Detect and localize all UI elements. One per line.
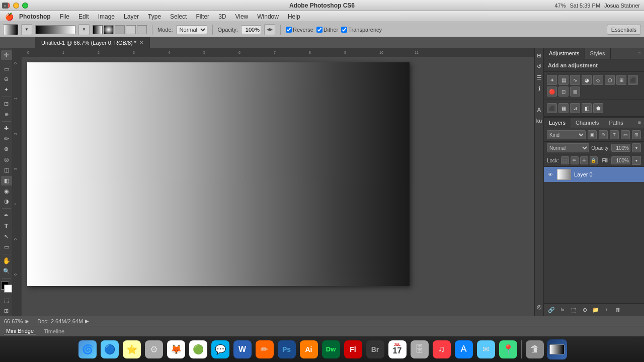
dock-bridge[interactable]: Br: [365, 339, 385, 359]
tool-eraser[interactable]: ◫: [1, 165, 12, 175]
adj-invert[interactable]: ⬛: [547, 103, 557, 113]
dock-skype[interactable]: 💬: [210, 339, 230, 359]
tab-mini-bridge[interactable]: Mini Bridge: [4, 328, 36, 334]
maximize-button[interactable]: [22, 3, 28, 9]
layer-fx-btn[interactable]: fx: [558, 306, 567, 314]
gradient-linear-btn[interactable]: ▬: [93, 25, 103, 34]
menu-layer[interactable]: Layer: [120, 11, 143, 22]
dock-maps[interactable]: 📍: [498, 339, 518, 359]
document-tab[interactable]: Untitled-1 @ 66.7% (Layer 0, RGB/8) * ✕: [35, 37, 150, 48]
tab-close-btn[interactable]: ✕: [139, 40, 143, 45]
properties-icon[interactable]: ☰: [535, 73, 543, 81]
tool-preset-picker[interactable]: [3, 24, 18, 35]
menu-help[interactable]: Help: [284, 11, 304, 22]
apple-menu[interactable]: 🍎: [4, 13, 14, 21]
dither-checkbox[interactable]: [316, 27, 323, 33]
adjustments-icon[interactable]: ⊞: [535, 51, 543, 59]
dock-appstore[interactable]: A: [454, 339, 474, 359]
mode-select[interactable]: Normal: [176, 25, 207, 34]
reverse-checkbox-label[interactable]: Reverse: [286, 27, 313, 33]
tool-healing-brush[interactable]: ✚: [1, 124, 12, 133]
tab-adjustments[interactable]: Adjustments: [544, 48, 585, 59]
layer-adjustment-btn[interactable]: ⊕: [580, 306, 589, 314]
dock-photoshop[interactable]: Ps: [277, 339, 297, 359]
lock-position-icon[interactable]: ✛: [580, 156, 588, 164]
tool-screen-mode[interactable]: ⊞: [1, 306, 12, 316]
history-icon[interactable]: ↺: [535, 62, 543, 70]
filter-type-icon[interactable]: T: [610, 130, 619, 139]
dock-dreamweaver[interactable]: Dw: [321, 339, 341, 359]
layer-link-btn[interactable]: 🔗: [547, 306, 556, 314]
dock-calendar[interactable]: JUL 17: [387, 339, 408, 359]
layer-mask-btn[interactable]: ⬚: [569, 306, 578, 314]
layer-blend-mode[interactable]: Normal: [547, 143, 589, 152]
tool-shape[interactable]: ▭: [1, 242, 12, 252]
adj-brightness[interactable]: ☀: [547, 75, 557, 85]
lock-transparent-icon[interactable]: ⬚: [561, 156, 569, 164]
dock-illustrator[interactable]: Ai: [299, 339, 319, 359]
tool-dodge[interactable]: ◑: [1, 197, 12, 207]
panel-menu-btn[interactable]: ≡: [635, 48, 644, 59]
menu-select[interactable]: Select: [166, 11, 191, 22]
adj-color-lookup[interactable]: ⊠: [570, 86, 580, 97]
adj-color-balance[interactable]: ⊞: [616, 75, 626, 85]
gradient-preview[interactable]: [35, 25, 75, 34]
layer-delete-btn[interactable]: 🗑: [613, 306, 622, 314]
dock-pencil[interactable]: ✏: [255, 339, 275, 359]
menu-image[interactable]: Image: [94, 11, 119, 22]
adj-channel-mixer[interactable]: ⊡: [558, 86, 569, 97]
layer-item[interactable]: 👁 Layer 0: [544, 167, 644, 182]
minimize-button[interactable]: [13, 3, 19, 9]
tab-layers[interactable]: Layers: [544, 118, 571, 128]
layer-name[interactable]: Layer 0: [574, 171, 593, 177]
dock-word[interactable]: W: [232, 339, 253, 359]
document-canvas[interactable]: [27, 62, 410, 286]
menu-edit[interactable]: Edit: [74, 11, 93, 22]
tool-path-selection[interactable]: ↖: [1, 232, 12, 241]
tool-history-brush[interactable]: ◎: [1, 155, 12, 164]
tool-blur[interactable]: ◉: [1, 187, 12, 196]
adj-selective-color[interactable]: ⬟: [593, 103, 603, 113]
dock-finder[interactable]: 🌀: [77, 339, 98, 359]
reverse-checkbox[interactable]: [286, 27, 292, 33]
transparency-checkbox-label[interactable]: Transparency: [341, 27, 382, 33]
layer-kind-filter[interactable]: Kind: [547, 130, 586, 139]
gradient-diamond-btn[interactable]: ◆: [137, 25, 147, 34]
adj-exposure[interactable]: ◕: [582, 75, 592, 85]
channels-icon[interactable]: ku: [535, 117, 543, 125]
adj-bw[interactable]: ⬛: [628, 75, 638, 85]
filter-smart-icon[interactable]: ⊞: [632, 130, 641, 139]
layer-visibility-toggle[interactable]: 👁: [547, 171, 554, 178]
tab-timeline[interactable]: Timeline: [42, 328, 66, 334]
doc-info-arrow[interactable]: ▶: [85, 318, 89, 324]
tool-lasso[interactable]: ⊖: [1, 75, 12, 84]
adj-levels[interactable]: ▤: [558, 75, 569, 85]
tool-crop[interactable]: ⊡: [1, 99, 12, 109]
dither-checkbox-label[interactable]: Dither: [316, 27, 338, 33]
filter-adjust-icon[interactable]: ⊕: [599, 130, 608, 139]
layer-opacity-input[interactable]: 100%: [611, 144, 630, 152]
essentials-button[interactable]: Essentials: [607, 25, 641, 35]
dock-gradient-app[interactable]: [547, 339, 567, 359]
menu-filter[interactable]: Filter: [192, 11, 213, 22]
tool-eyedropper[interactable]: ⊕: [1, 110, 12, 119]
adj-curves[interactable]: ∿: [570, 75, 580, 85]
tab-styles[interactable]: Styles: [585, 48, 611, 59]
menu-type[interactable]: Type: [144, 11, 165, 22]
dock-firefox[interactable]: 🦊: [166, 339, 186, 359]
tool-move[interactable]: ✛: [1, 50, 12, 60]
tool-pen[interactable]: ✒: [1, 211, 12, 220]
info-icon[interactable]: ℹ: [535, 84, 543, 93]
tool-clone-stamp[interactable]: ⊛: [1, 144, 12, 154]
actions-icon[interactable]: A: [535, 106, 543, 114]
tool-preset-arrow[interactable]: ▼: [21, 24, 32, 35]
tab-collapse-btn[interactable]: »: [2, 3, 8, 9]
dock-safari[interactable]: 🔵: [100, 339, 120, 359]
filter-shape-icon[interactable]: ▭: [621, 130, 630, 139]
menu-3d[interactable]: 3D: [214, 11, 230, 22]
menu-view[interactable]: View: [231, 11, 252, 22]
layer-new-btn[interactable]: +: [602, 306, 611, 314]
dock-finder2[interactable]: 🗄: [410, 339, 430, 359]
gradient-radial-btn[interactable]: ○: [104, 25, 114, 34]
menu-file[interactable]: File: [56, 11, 73, 22]
